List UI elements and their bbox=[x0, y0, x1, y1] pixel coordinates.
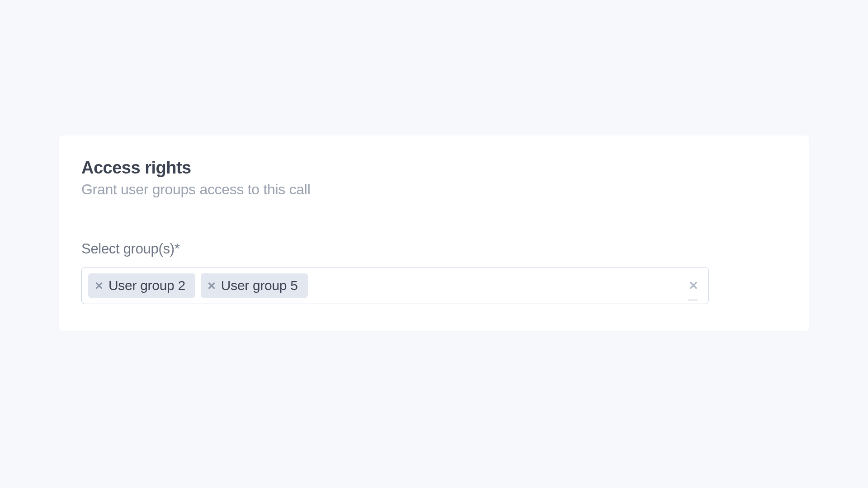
access-rights-card: Access rights Grant user groups access t… bbox=[59, 136, 809, 331]
tags-area: ✕ User group 2 ✕ User group 5 bbox=[88, 273, 685, 298]
clear-all-icon[interactable]: ✕ bbox=[685, 278, 702, 293]
tag-label: User group 5 bbox=[221, 277, 298, 294]
groups-multiselect[interactable]: ✕ User group 2 ✕ User group 5 ✕ bbox=[81, 267, 709, 304]
tag-user-group-2: ✕ User group 2 bbox=[88, 273, 195, 298]
card-subtitle: Grant user groups access to this call bbox=[81, 181, 787, 198]
tag-user-group-5: ✕ User group 5 bbox=[201, 273, 308, 298]
cursor-underline bbox=[688, 299, 698, 301]
remove-tag-icon[interactable]: ✕ bbox=[207, 281, 216, 291]
select-groups-label: Select group(s)* bbox=[81, 241, 787, 257]
card-title: Access rights bbox=[81, 158, 787, 178]
remove-tag-icon[interactable]: ✕ bbox=[94, 281, 104, 291]
tag-label: User group 2 bbox=[108, 277, 185, 294]
